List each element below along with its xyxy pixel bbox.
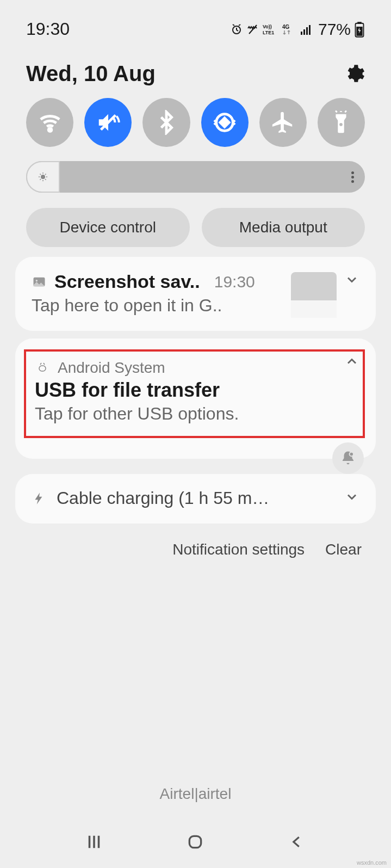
gallery-icon [32,274,47,290]
date-text[interactable]: Wed, 10 Aug [26,61,156,86]
bluetooth-toggle[interactable] [142,98,190,147]
vibrate-icon [246,23,259,36]
back-button[interactable] [286,831,308,853]
home-button[interactable] [184,831,206,853]
bolt-icon [32,491,47,506]
notification-footer: Notification settings Clear [0,531,391,558]
notification-thumbnail[interactable] [291,272,337,318]
chevron-up-icon[interactable] [344,354,359,369]
android-icon [35,360,50,375]
wifi-toggle[interactable] [26,98,73,147]
notification-bell-button[interactable] [332,442,364,474]
battery-icon [354,21,365,38]
status-time: 19:30 [26,19,70,39]
notifications-list: Screenshot sav.. 19:30 Tap here to open … [0,257,391,524]
svg-point-11 [48,128,52,132]
notification-title: Screenshot sav.. [54,271,200,292]
notification-header: Cable charging (1 h 55 m… [32,488,359,508]
gear-icon[interactable] [343,63,365,85]
svg-rect-7 [309,25,311,35]
header-row: Wed, 10 Aug [0,52,391,93]
status-bar: 19:30 Vo))LTE1 4G 77% [0,0,391,52]
svg-text:LTE1: LTE1 [263,30,274,35]
brightness-thumb[interactable] [26,161,60,193]
rotation-toggle[interactable] [201,98,249,147]
carrier-label: Airtel|airtel [0,785,391,803]
svg-rect-4 [301,32,302,35]
svg-rect-20 [190,836,201,847]
notification-time: 19:30 [214,273,255,291]
svg-point-17 [36,279,38,281]
svg-text:4G: 4G [282,24,290,30]
navigation-bar [0,831,391,853]
notification-settings-button[interactable]: Notification settings [172,541,305,558]
signal-icon [300,23,313,36]
flashlight-toggle[interactable] [318,98,365,147]
svg-text:Vo)): Vo)) [263,24,272,29]
status-icons-group: Vo))LTE1 4G 77% [230,20,365,39]
airplane-toggle[interactable] [259,98,307,147]
svg-point-14 [340,123,343,126]
control-buttons-row: Device control Media output [0,197,391,257]
notification-title: Cable charging (1 h 55 m… [57,488,269,508]
quick-settings-row [0,93,391,155]
sun-icon [38,171,48,182]
svg-rect-18 [39,366,46,371]
svg-rect-9 [357,22,362,24]
notification-screenshot[interactable]: Screenshot sav.. 19:30 Tap here to open … [15,257,376,331]
volte-icon: Vo))LTE1 [263,23,279,36]
battery-percentage: 77% [318,20,351,39]
watermark: wsxdn.com [357,859,387,866]
svg-rect-6 [306,27,308,35]
notification-title: USB for file transfer [35,379,354,402]
brightness-more-icon[interactable] [351,171,354,183]
notification-body: Tap for other USB options. [35,404,354,424]
notification-charging[interactable]: Cable charging (1 h 55 m… [15,474,376,524]
svg-point-19 [350,452,354,457]
brightness-row [0,155,391,197]
chevron-down-icon[interactable] [344,489,359,504]
svg-point-15 [41,175,45,179]
brightness-slider[interactable] [26,161,365,193]
alarm-icon [230,23,243,36]
recents-button[interactable] [83,831,105,853]
clear-button[interactable]: Clear [325,541,362,558]
svg-rect-5 [303,29,305,35]
media-output-button[interactable]: Media output [202,208,365,247]
notification-usb[interactable]: Android System USB for file transfer Tap… [15,338,376,459]
highlight-box: Android System USB for file transfer Tap… [24,349,365,438]
notification-app-name: Android System [58,359,165,377]
notification-app-row: Android System [35,359,354,377]
network-4g-icon: 4G [282,23,296,36]
svg-rect-13 [220,118,229,127]
chevron-down-icon[interactable] [344,272,359,287]
sound-toggle[interactable] [84,98,132,147]
device-control-button[interactable]: Device control [26,208,190,247]
